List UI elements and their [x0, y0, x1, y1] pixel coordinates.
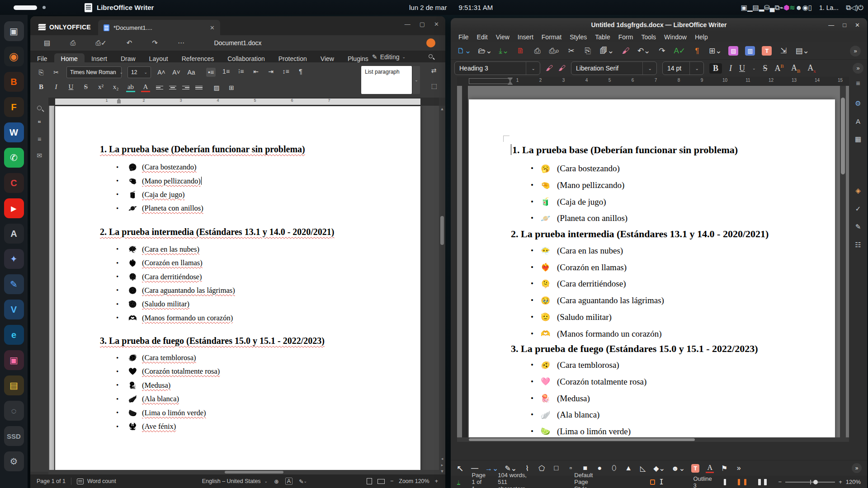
- draw-tool-icon[interactable]: A: [706, 464, 714, 473]
- menu-item[interactable]: Table: [591, 33, 614, 41]
- close-button[interactable]: ✕: [855, 22, 860, 28]
- zoom-in-button[interactable]: +: [839, 479, 842, 485]
- dock-app-icon[interactable]: ◌: [4, 401, 24, 421]
- text-format-icon[interactable]: x²: [96, 83, 105, 92]
- clipboard-tool-icon[interactable]: ✂: [52, 69, 61, 76]
- draw-tool-icon[interactable]: »: [735, 464, 743, 472]
- dock-app-icon[interactable]: V: [4, 300, 24, 319]
- word-count-label[interactable]: 104 words, 511 characters: [498, 472, 531, 488]
- draw-tool-icon[interactable]: ◆⌄: [653, 464, 665, 473]
- dock-app-icon[interactable]: ✆: [4, 148, 24, 168]
- align-center-icon[interactable]: [169, 86, 176, 90]
- dock-app-icon[interactable]: W: [4, 122, 24, 142]
- new-style-icon[interactable]: 🖌: [558, 64, 566, 72]
- dock-app-icon[interactable]: ◉: [4, 47, 24, 66]
- dock-app-icon[interactable]: ✦: [4, 249, 24, 269]
- activities-pill[interactable]: [14, 5, 37, 10]
- clipboard-indicator[interactable]: 1. La...: [819, 4, 839, 11]
- save-status-icon[interactable]: ↓: [457, 479, 460, 485]
- prev-page-icon[interactable]: ◂: [439, 456, 445, 461]
- shading-borders-icon[interactable]: ⊞: [227, 84, 236, 91]
- text-format-icon[interactable]: x₂: [111, 83, 120, 92]
- tray-icon[interactable]: ▁: [747, 4, 753, 11]
- tray-icon[interactable]: ≋: [789, 4, 795, 11]
- toolbar-overflow-icon[interactable]: »: [852, 463, 862, 473]
- dock-app-icon[interactable]: e: [4, 325, 24, 345]
- dock-app-icon[interactable]: C: [4, 173, 24, 193]
- font-tool-icon[interactable]: Aa: [187, 69, 196, 76]
- outline-level-label[interactable]: Outline 3: [693, 475, 712, 488]
- toolbar-icon[interactable]: T: [762, 46, 772, 56]
- align-justify-icon[interactable]: [195, 86, 203, 90]
- draw-tool-icon[interactable]: ●: [595, 464, 604, 472]
- align-right-icon[interactable]: [182, 86, 189, 90]
- navigation-panel-icon[interactable]: ≡: [38, 136, 41, 143]
- document-page[interactable]: 1. La prueba base (Deberían funcionar si…: [55, 106, 420, 474]
- bold-button[interactable]: B: [709, 63, 722, 74]
- paragraph-list-tool-icon[interactable]: ⁝≡: [236, 68, 245, 77]
- menu-item[interactable]: View: [492, 33, 514, 41]
- toolbar-right-icon[interactable]: ⬚: [431, 82, 437, 89]
- toolbar-icon[interactable]: ⎘: [583, 47, 593, 56]
- clock[interactable]: lun 2 de mar 9:51:31 AM: [409, 4, 493, 11]
- dock-app-icon[interactable]: ▣: [4, 350, 24, 370]
- tray-icon[interactable]: ▯: [808, 4, 812, 11]
- fit-page-icon[interactable]: [367, 478, 372, 484]
- toolbar-icon[interactable]: 🖌: [621, 47, 631, 56]
- single-page-view-icon[interactable]: [724, 479, 726, 485]
- draw-tool-icon[interactable]: ⬯: [610, 464, 618, 472]
- vertical-scrollbar[interactable]: ▲ ◂ ▸ ▼: [439, 106, 445, 474]
- zoom-out-button[interactable]: −: [778, 479, 782, 485]
- strikethrough-button[interactable]: S: [763, 64, 768, 73]
- minimize-button[interactable]: —: [828, 22, 834, 28]
- maximize-button[interactable]: ▢: [420, 21, 425, 28]
- document-tab[interactable]: *Document1.... ✕: [98, 20, 220, 35]
- page-indicator[interactable]: Page 1 of 1: [472, 472, 486, 488]
- word-count-label[interactable]: Word count: [87, 478, 116, 484]
- text-format-icon[interactable]: B: [37, 83, 46, 92]
- libreoffice-titlebar[interactable]: Untitled 1dsgfrgds.docx — LibreOffice Wr…: [451, 18, 867, 32]
- horizontal-scrollbar[interactable]: [48, 470, 439, 474]
- fit-width-icon[interactable]: [377, 479, 385, 484]
- shading-borders-icon[interactable]: ▨: [212, 84, 221, 91]
- font-size-select[interactable]: 12 ⌄: [127, 66, 151, 78]
- font-tool-icon[interactable]: A˅: [172, 69, 181, 76]
- menu-item[interactable]: Insert: [514, 33, 538, 41]
- scrollbar-thumb[interactable]: [225, 471, 283, 474]
- page-indicator[interactable]: Page 1 of 1: [30, 478, 66, 484]
- tray-icon[interactable]: ◁): [851, 4, 859, 11]
- quickbar-icon[interactable]: ▤: [44, 39, 50, 47]
- dock-app-icon[interactable]: ▤: [4, 375, 24, 395]
- toolbar-icon[interactable]: ✂: [566, 46, 576, 56]
- zoom-level-label[interactable]: 120%: [846, 479, 861, 485]
- draw-tool-icon[interactable]: ◺: [639, 464, 647, 473]
- horizontal-scrollbar[interactable]: [457, 437, 849, 442]
- vertical-scrollbar[interactable]: [840, 86, 846, 437]
- next-page-icon[interactable]: ▸: [439, 463, 445, 467]
- toolbar-icon[interactable]: 🗎: [516, 47, 526, 56]
- zoom-slider-knob[interactable]: [813, 480, 818, 484]
- style-gallery-dropdown[interactable]: ⌄: [413, 66, 420, 94]
- dock-app-icon[interactable]: SSD: [4, 426, 24, 446]
- book-view-icon[interactable]: [758, 479, 760, 485]
- dock-app-icon[interactable]: ▶: [4, 198, 24, 218]
- paragraph-style-gallery[interactable]: List paragraph: [361, 66, 412, 94]
- draw-tool-icon[interactable]: ■: [581, 464, 589, 472]
- toolbar-icon[interactable]: ▥: [745, 46, 755, 56]
- tray-icon[interactable]: ⧉: [774, 4, 779, 11]
- tray-icon[interactable]: ☻: [795, 4, 802, 11]
- scrollbar-thumb[interactable]: [469, 438, 695, 441]
- zoom-slider[interactable]: − + 120%: [778, 479, 861, 485]
- font-tool-icon[interactable]: A˄: [157, 69, 166, 76]
- minimize-button[interactable]: —: [405, 21, 410, 28]
- toolbar-icon[interactable]: 🗋⌄: [457, 46, 471, 56]
- menu-item[interactable]: Help: [691, 33, 712, 41]
- toolbar-icon[interactable]: 🗁⌄: [478, 46, 492, 56]
- font-size-select[interactable]: 14 pt ⌄: [662, 61, 704, 75]
- sidebar-tab-icon[interactable]: ⚙: [855, 99, 861, 108]
- quickbar-icon[interactable]: ⋯: [178, 39, 184, 47]
- document-canvas[interactable]: 1. La prueba base (Deberían funcionar si…: [48, 106, 439, 474]
- quickbar-icon[interactable]: ⎙: [70, 39, 75, 47]
- toolbar-icon[interactable]: ⎙: [533, 47, 542, 56]
- toolbar-icon[interactable]: ↷: [657, 46, 667, 56]
